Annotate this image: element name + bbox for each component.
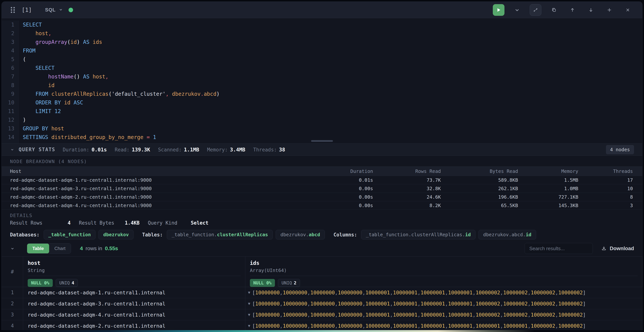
array-expand-icon[interactable]: ▼ <box>248 313 250 317</box>
search-results-input[interactable] <box>524 243 593 254</box>
code-token <box>48 134 52 140</box>
array-expand-icon[interactable]: ▼ <box>248 301 250 306</box>
line-number: 10 <box>2 98 14 107</box>
move-down-button[interactable] <box>585 4 597 16</box>
run-options-chevron-button[interactable] <box>511 4 523 16</box>
array-value: 10000000 <box>255 323 280 329</box>
connection-status-dot <box>68 8 73 12</box>
drag-handle-icon[interactable] <box>10 6 15 13</box>
array-value: 10000001 <box>366 312 390 318</box>
array-value: 10000000 <box>255 301 280 307</box>
move-up-button[interactable] <box>566 4 578 16</box>
database-name: _table_function <box>48 232 91 237</box>
query-stat-value: 3.4MB <box>230 147 245 153</box>
language-select[interactable]: SQL <box>45 7 63 13</box>
code-token: AS <box>83 73 90 80</box>
code-token <box>70 99 74 106</box>
node-stat-cell: 65.5KB <box>450 203 528 208</box>
code-token <box>23 91 36 97</box>
column-chip[interactable]: _table_function.clusterAllReplicas.id <box>361 230 476 240</box>
array-value: 10000000 <box>338 323 362 329</box>
details-stat-value: 1.4KB <box>125 220 140 226</box>
node-stat-cell: 727.1KB <box>528 194 588 200</box>
node-row[interactable]: red-adqmc-dataset-adqm-3.ru-central1.int… <box>2 184 642 193</box>
array-value: 10000001 <box>366 290 390 296</box>
download-button[interactable]: Download <box>601 246 634 252</box>
add-query-button[interactable] <box>604 4 615 16</box>
column-chip[interactable]: dbezrukov.abcd.id <box>478 230 536 240</box>
code-token: groupArray <box>36 39 67 45</box>
array-value: 10000000 <box>338 312 362 318</box>
code-token: ORDER BY <box>36 99 61 106</box>
code-token <box>23 99 36 106</box>
table-chip[interactable]: dbezrukov.abcd <box>276 230 325 240</box>
node-stat-cell: 32.8K <box>382 186 450 191</box>
code-token: , <box>105 73 108 80</box>
download-icon <box>601 246 607 252</box>
database-chip[interactable]: _table_function <box>44 230 96 240</box>
tab-table[interactable]: Table <box>27 244 49 253</box>
code-token <box>52 108 54 114</box>
result-row[interactable]: 3red-adqmc-dataset-adqm-4.ru-central1.in… <box>2 309 642 320</box>
node-row[interactable]: red-adqmc-dataset-adqm-1.ru-central1.int… <box>2 176 642 184</box>
array-value: 10000000 <box>283 301 307 307</box>
array-value: 10000001 <box>420 290 445 296</box>
result-column-header[interactable]: idsArray(UInt64)NULL 0%UNIQ2 <box>245 257 642 287</box>
query-stat-value: 1.1MB <box>184 147 199 153</box>
column-name: ids <box>250 260 642 266</box>
result-row[interactable]: 4red-adqmc-dataset-adqm-2.ru-central1.in… <box>2 320 642 332</box>
result-column-header[interactable]: hostStringNULL 0%UNIQ4 <box>23 257 245 287</box>
column-prefix: _table_function.clusterAllReplicas. <box>366 232 465 237</box>
node-stat-cell: 145.3KB <box>528 203 588 208</box>
code-token <box>23 73 48 80</box>
line-number: 5 <box>2 55 14 64</box>
run-query-button[interactable] <box>493 4 504 16</box>
sql-editor[interactable]: 1234567891011121314 SELECT host, groupAr… <box>2 18 642 143</box>
database-chip[interactable]: dbezrukov <box>98 230 133 240</box>
table-name: clusterAllReplicas <box>217 232 268 237</box>
array-value: 10000001 <box>393 301 418 307</box>
line-number: 6 <box>2 64 14 72</box>
node-row[interactable]: red-adqmc-dataset-adqm-2.ru-central1.int… <box>2 193 642 201</box>
bottom-accent-bar <box>0 330 644 332</box>
code-line: FROM clusterAllReplicas('default_cluster… <box>23 90 220 98</box>
results-collapse-chevron-icon[interactable] <box>10 246 15 251</box>
code-token: FROM <box>23 48 36 54</box>
array-value: 10000002 <box>476 312 500 318</box>
result-host-cell: red-adqmc-dataset-adqm-4.ru-central1.int… <box>23 309 245 320</box>
node-row[interactable]: red-adqmc-dataset-adqm-4.ru-central1.int… <box>2 201 642 210</box>
stats-collapse-chevron-icon[interactable] <box>10 147 14 152</box>
query-stat-label: Threads: <box>253 147 277 153</box>
nodes-count-badge: 4 nodes <box>606 145 634 154</box>
array-expand-icon[interactable]: ▼ <box>248 290 250 295</box>
array-value: 10000000 <box>283 290 307 296</box>
line-number: 12 <box>2 116 14 124</box>
query-stat-label: Memory: <box>207 147 228 153</box>
close-button[interactable] <box>622 4 634 16</box>
table-name: abcd <box>309 232 320 237</box>
sql-code[interactable]: SELECT host, groupArray(id) AS idsFROM( … <box>19 20 220 143</box>
array-value: 10000002 <box>476 290 500 296</box>
expand-button[interactable] <box>530 4 541 16</box>
copy-icon[interactable] <box>548 4 560 16</box>
uniq-value: 4 <box>72 281 74 285</box>
result-row[interactable]: 1red-adqmc-dataset-adqm-1.ru-central1.in… <box>2 287 642 298</box>
node-host-cell: red-adqmc-dataset-adqm-1.ru-central1.int… <box>2 177 322 183</box>
results-view-switch: Table Chart <box>27 243 71 254</box>
query-stat-value: 38 <box>279 147 285 153</box>
pane-resize-handle[interactable] <box>311 140 333 142</box>
code-token: host <box>36 30 48 36</box>
table-chip[interactable]: _table_function.clusterAllReplicas <box>167 230 273 240</box>
array-expand-icon[interactable]: ▼ <box>248 324 250 328</box>
array-value: 10000002 <box>503 301 528 307</box>
result-row[interactable]: 2red-adqmc-dataset-adqm-3.ru-central1.in… <box>2 298 642 309</box>
code-token: 12 <box>54 108 61 114</box>
node-column-header: Host <box>2 169 322 174</box>
array-value: 10000002 <box>531 290 555 296</box>
details-section: DETAILS Result Rows4Result Bytes1.4KBQue… <box>2 210 642 241</box>
code-token <box>23 39 36 45</box>
table-prefix: _table_function. <box>172 232 217 237</box>
details-stat: Result Rows4 <box>10 220 70 226</box>
node-stat-cell: 73.7K <box>382 177 450 183</box>
tab-chart[interactable]: Chart <box>49 244 71 253</box>
